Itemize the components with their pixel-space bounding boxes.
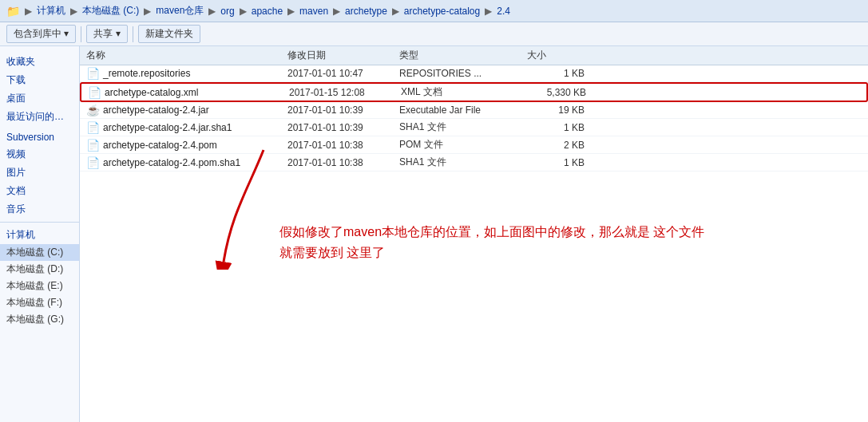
file-icon: 📄 — [86, 139, 100, 152]
main-layout: 收藏夹 下载 桌面 最近访问的位置 Subversion 视频 图片 文档 音乐… — [0, 46, 868, 422]
new-folder-button[interactable]: 新建文件夹 — [138, 25, 200, 43]
file-type: POM 文件 — [399, 138, 527, 152]
drive-c[interactable]: 本地磁盘 (C:) — [0, 244, 79, 261]
file-name: archetype-catalog-2.4.jar.sha1 — [103, 122, 232, 133]
drives-section: 计算机 本地磁盘 (C:) 本地磁盘 (D:) 本地磁盘 (E:) 本地磁盘 (… — [0, 222, 79, 328]
include-library-button[interactable]: 包含到库中 ▾ — [6, 25, 76, 43]
file-type: SHA1 文件 — [399, 156, 527, 169]
file-type: Executable Jar File — [399, 105, 527, 116]
drive-e[interactable]: 本地磁盘 (E:) — [0, 278, 79, 294]
breadcrumb-maven[interactable]: maven仓库 — [156, 4, 204, 18]
file-name-cell: 📄 archetype-catalog-2.4.pom.sha1 — [80, 156, 287, 169]
sidebar-item-desktop[interactable]: 桌面 — [0, 89, 79, 108]
file-name: archetype-catalog-2.4.pom — [103, 140, 217, 151]
file-date: 2017-01-01 10:39 — [287, 105, 399, 116]
folder-icon: 📁 — [6, 5, 20, 18]
libraries-section: Subversion 视频 图片 文档 音乐 — [0, 129, 79, 219]
breadcrumb-maven2[interactable]: maven — [299, 6, 328, 17]
col-header-type[interactable]: 类型 — [399, 49, 527, 62]
sidebar-item-pictures[interactable]: 图片 — [0, 164, 79, 182]
toolbar-separator2 — [133, 26, 133, 42]
drive-f[interactable]: 本地磁盘 (F:) — [0, 294, 79, 311]
drive-d[interactable]: 本地磁盘 (D:) — [0, 261, 79, 278]
breadcrumb-24[interactable]: 2.4 — [497, 6, 510, 17]
file-list: 📄 _remote.repositories 2017-01-01 10:47 … — [80, 65, 868, 422]
file-type: REPOSITORIES ... — [399, 68, 527, 79]
sidebar-item-recent[interactable]: 最近访问的位置 — [0, 108, 79, 126]
drive-g[interactable]: 本地磁盘 (G:) — [0, 311, 79, 328]
sidebar-item-documents[interactable]: 文档 — [0, 182, 79, 200]
file-date: 2017-01-01 10:38 — [287, 140, 399, 151]
breadcrumb-archetype-catalog[interactable]: archetype-catalog — [404, 6, 480, 17]
file-area: 名称 修改日期 类型 大小 📄 _remote.repositories 201… — [80, 46, 868, 422]
sidebar-item-subversion[interactable]: Subversion — [0, 129, 79, 145]
share-button[interactable]: 共享 ▾ — [86, 25, 127, 43]
table-row[interactable]: 📄 archetype-catalog-2.4.jar.sha1 2017-01… — [80, 119, 868, 136]
file-type: XML 文档 — [401, 85, 529, 99]
file-icon: 📄 — [88, 86, 101, 99]
file-date: 2017-01-01 10:38 — [287, 157, 399, 168]
table-row[interactable]: ☕ archetype-catalog-2.4.jar 2017-01-01 1… — [80, 102, 868, 119]
col-header-size[interactable]: 大小 — [527, 49, 591, 62]
file-name-cell: 📄 archetype-catalog.xml — [81, 86, 289, 99]
file-name-cell: ☕ archetype-catalog-2.4.jar — [80, 104, 287, 116]
file-size: 5,330 KB — [529, 87, 593, 98]
column-headers: 名称 修改日期 类型 大小 — [80, 46, 868, 65]
file-icon: 📄 — [86, 121, 100, 134]
file-name-cell: 📄 _remote.repositories — [80, 67, 287, 80]
file-icon: ☕ — [86, 104, 100, 116]
file-size: 1 KB — [527, 122, 591, 133]
file-size: 1 KB — [527, 157, 591, 168]
breadcrumb-archetype[interactable]: archetype — [345, 6, 387, 17]
toolbar: 包含到库中 ▾ 共享 ▾ 新建文件夹 — [0, 22, 868, 46]
sidebar-item-music[interactable]: 音乐 — [0, 200, 79, 219]
breadcrumb-apache[interactable]: apache — [252, 6, 283, 17]
table-row[interactable]: 📄 archetype-catalog-2.4.pom 2017-01-01 1… — [80, 136, 868, 154]
sidebar-item-video[interactable]: 视频 — [0, 145, 79, 164]
file-type: SHA1 文件 — [399, 120, 527, 134]
file-name-cell: 📄 archetype-catalog-2.4.pom — [80, 139, 287, 152]
breadcrumb-c[interactable]: 本地磁盘 (C:) — [82, 4, 139, 18]
sidebar-item-favorites[interactable]: 收藏夹 — [0, 53, 79, 71]
table-row[interactable]: 📄 archetype-catalog-2.4.pom.sha1 2017-01… — [80, 154, 868, 172]
toolbar-separator — [81, 26, 81, 42]
file-size: 2 KB — [527, 140, 591, 151]
breadcrumb-org[interactable]: org — [220, 6, 234, 17]
file-name: archetype-catalog-2.4.jar — [103, 105, 209, 116]
breadcrumb-computer[interactable]: 计算机 — [37, 4, 65, 18]
file-name: archetype-catalog-2.4.pom.sha1 — [103, 157, 240, 168]
file-name: archetype-catalog.xml — [105, 87, 198, 98]
sidebar-item-downloads[interactable]: 下载 — [0, 71, 79, 89]
sidebar-computer-label[interactable]: 计算机 — [0, 226, 79, 244]
title-bar: 📁 ▶ 计算机 ▶ 本地磁盘 (C:) ▶ maven仓库 ▶ org ▶ ap… — [0, 0, 868, 22]
file-name: _remote.repositories — [103, 68, 190, 79]
table-row[interactable]: 📄 _remote.repositories 2017-01-01 10:47 … — [80, 65, 868, 82]
file-name-cell: 📄 archetype-catalog-2.4.jar.sha1 — [80, 121, 287, 134]
file-size: 1 KB — [527, 68, 591, 79]
file-icon: 📄 — [86, 67, 100, 80]
file-size: 19 KB — [527, 105, 591, 116]
file-date: 2017-01-01 10:47 — [287, 68, 399, 79]
favorites-section: 收藏夹 下载 桌面 最近访问的位置 — [0, 53, 79, 126]
col-header-name[interactable]: 名称 — [80, 49, 287, 62]
sidebar: 收藏夹 下载 桌面 最近访问的位置 Subversion 视频 图片 文档 音乐… — [0, 46, 80, 422]
file-icon: 📄 — [86, 156, 100, 169]
file-date: 2017-01-01 10:39 — [287, 122, 399, 133]
table-row[interactable]: 📄 archetype-catalog.xml 2017-01-15 12:08… — [80, 82, 868, 102]
file-date: 2017-01-15 12:08 — [289, 87, 401, 98]
col-header-date[interactable]: 修改日期 — [287, 49, 399, 62]
